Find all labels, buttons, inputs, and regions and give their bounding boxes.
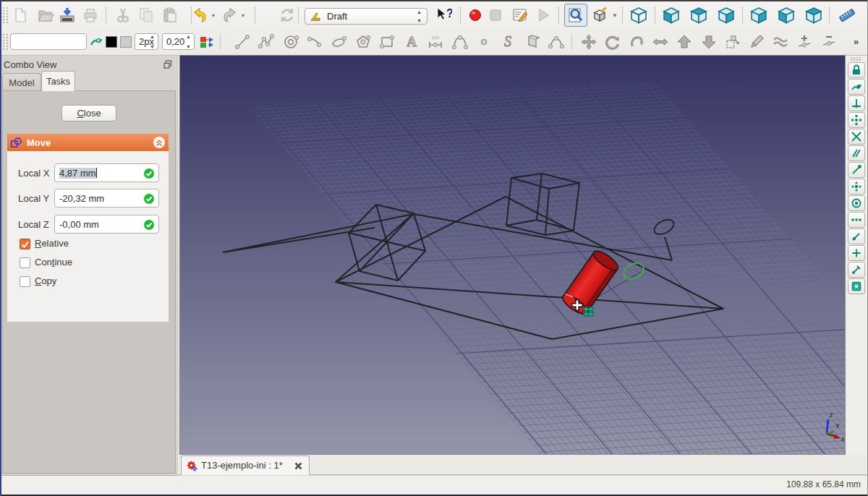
svg-text:100: 100 xyxy=(432,35,440,40)
svg-text:S: S xyxy=(504,33,511,49)
svg-text:A: A xyxy=(407,34,417,49)
svg-text:?: ? xyxy=(446,7,452,20)
svg-text:z: z xyxy=(830,411,833,419)
svg-text:x: x xyxy=(841,435,845,442)
svg-text:Y: Y xyxy=(835,422,840,429)
